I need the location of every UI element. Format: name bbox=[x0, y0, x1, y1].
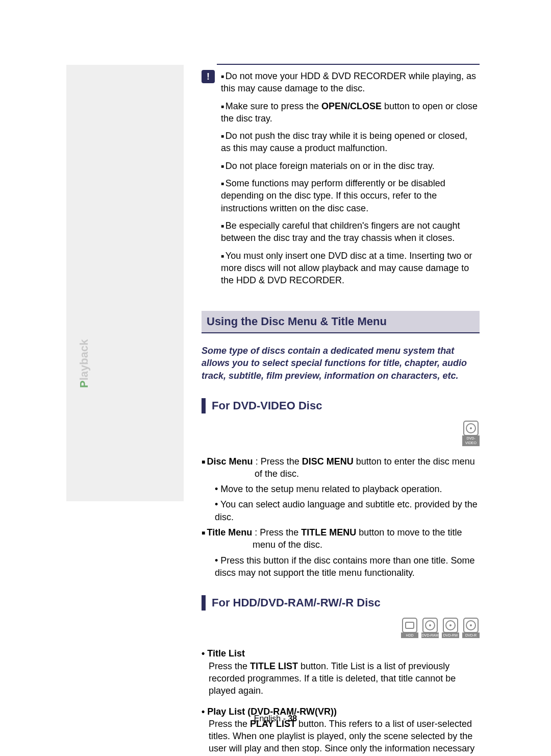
dvd-ram-icon: DVD-RAM bbox=[421, 618, 439, 638]
caution-item: Some functions may perform differently o… bbox=[220, 177, 480, 214]
page-content: ! Do not move your HDD & DVD RECORDER wh… bbox=[202, 64, 480, 756]
list-item: Title Menu : Press the TITLE MENU button… bbox=[202, 526, 480, 579]
hdd-bullets: Title List Press the TITLE LIST button. … bbox=[202, 647, 480, 756]
sidebar-section-label: Playback bbox=[77, 339, 92, 388]
dvd-rw-icon: DVD-RW bbox=[442, 618, 459, 638]
sub-header-dvd-video: For DVD-VIDEO Disc bbox=[202, 398, 480, 413]
caution-list: Do not move your HDD & DVD RECORDER whil… bbox=[220, 70, 480, 291]
sub-item: You can select audio language and subtit… bbox=[215, 498, 480, 523]
caution-item: Be especially careful that children's fi… bbox=[220, 220, 480, 245]
dvd-video-icon: DVD-VIDEO bbox=[462, 421, 480, 446]
sub-header-hdd: For HDD/DVD-RAM/-RW/-R Disc bbox=[202, 595, 480, 611]
dvd-r-icon: DVD-R bbox=[462, 618, 480, 638]
warning-icon: ! bbox=[202, 70, 215, 83]
caution-item: Do not move your HDD & DVD RECORDER whil… bbox=[220, 70, 480, 95]
bullet-item: Title List Press the TITLE LIST button. … bbox=[202, 647, 480, 697]
sidebar-panel bbox=[66, 65, 184, 501]
caution-item: Make sure to press the OPEN/CLOSE button… bbox=[220, 100, 480, 125]
hdd-icon: HDD bbox=[401, 618, 418, 638]
dvd-video-list: Disc Menu : Press the DISC MENU button t… bbox=[202, 455, 480, 579]
disc-icons-row: HDD DVD-RAM DVD-RW DVD-R bbox=[202, 618, 480, 638]
disc-icons-row: DVD-VIDEO bbox=[202, 421, 480, 446]
page-footer: English - 38 bbox=[0, 713, 551, 724]
caution-item: Do not push the disc tray while it is be… bbox=[220, 130, 480, 155]
section-header: Using the Disc Menu & Title Menu bbox=[202, 311, 480, 333]
section-intro: Some type of discs contain a dedicated m… bbox=[202, 345, 480, 382]
sub-item: Press this button if the disc contains m… bbox=[215, 554, 480, 579]
caution-block: ! Do not move your HDD & DVD RECORDER wh… bbox=[202, 70, 480, 291]
list-item: Disc Menu : Press the DISC MENU button t… bbox=[202, 455, 480, 523]
caution-item: Do not place foreign materials on or in … bbox=[220, 160, 480, 172]
sub-item: Move to the setup menu related to playba… bbox=[215, 483, 480, 495]
caution-item: You must only insert one DVD disc at a t… bbox=[220, 250, 480, 287]
